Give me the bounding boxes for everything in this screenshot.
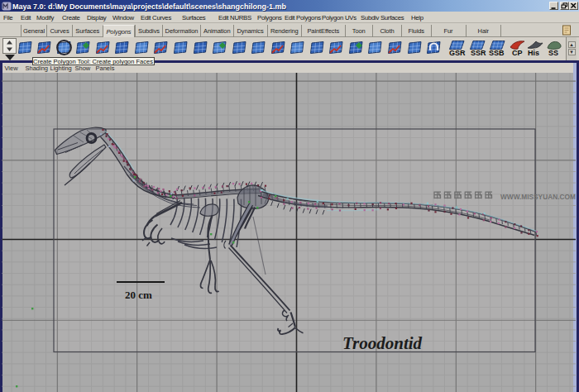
svg-text:Troodontid: Troodontid xyxy=(342,333,423,353)
svg-text:20 cm: 20 cm xyxy=(125,289,152,301)
svg-text:WWW.MISSYUAN.COM: WWW.MISSYUAN.COM xyxy=(500,193,576,201)
